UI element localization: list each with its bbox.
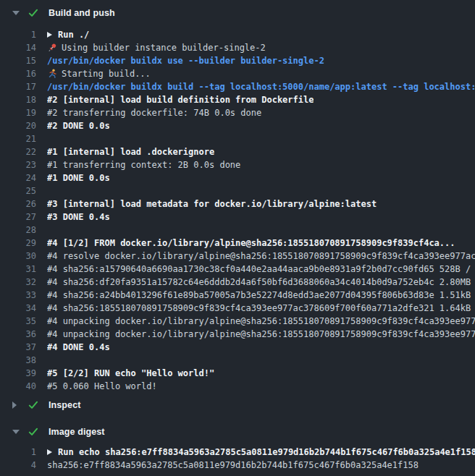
line-number-link[interactable]: 29 <box>0 237 36 250</box>
log-line: 40 #5 0.060 Hello world! <box>0 380 475 393</box>
log-line-text: #3 [internal] load metadata for docker.i… <box>47 197 377 211</box>
log-line-text: #4 [1/2] FROM docker.io/library/alpine@s… <box>47 237 455 250</box>
line-number-link[interactable]: 16 <box>0 67 36 80</box>
log-line-text: #4 sha256:185518070891758909c9f839cf4ca3… <box>47 302 475 315</box>
log-line-text: /usr/bin/docker buildx build --tag local… <box>47 80 475 93</box>
log-line-content: #4 sha256:a24bb4013296f61e89ba57005a7b3e… <box>47 289 475 302</box>
line-number-link[interactable]: 22 <box>0 145 36 158</box>
pushpin-icon <box>47 43 57 53</box>
log-line-content: Starting build... <box>47 67 151 80</box>
log-line-text: /usr/bin/docker buildx use --builder bui… <box>47 54 324 67</box>
log-line-text: #1 transferring context: 2B 0.0s done <box>47 158 240 171</box>
log-line: 18 #2 [internal] load build definition f… <box>0 93 475 106</box>
line-number-link[interactable]: 28 <box>0 224 36 237</box>
log-block-build-and-push: 1 Run ./ 14 Using builder instance build… <box>0 28 475 393</box>
line-number-link[interactable]: 23 <box>0 158 36 171</box>
line-number-link[interactable]: 38 <box>0 354 36 367</box>
chevron-right-icon <box>12 401 21 409</box>
log-line-content: #4 resolve docker.io/library/alpine@sha2… <box>47 250 475 263</box>
log-line: 26 #3 [internal] load metadata for docke… <box>0 197 475 211</box>
line-number-link[interactable]: 17 <box>0 80 36 93</box>
section-header-inspect[interactable]: Inspect <box>0 397 475 413</box>
log-line-content: /usr/bin/docker buildx build --tag local… <box>47 80 475 93</box>
group-expander-icon[interactable] <box>47 32 52 38</box>
line-number-link[interactable]: 25 <box>0 184 36 197</box>
log-line-content: Using builder instance builder-single-2 <box>47 41 266 54</box>
log-line: 30 #4 resolve docker.io/library/alpine@s… <box>0 250 475 263</box>
line-number-link[interactable]: 21 <box>0 132 36 145</box>
log-line: 1 Run ./ <box>0 28 475 41</box>
log-line: 19 #2 transferring dockerfile: 74B 0.0s … <box>0 106 475 119</box>
log-line-content: #4 DONE 0.4s <box>47 341 110 354</box>
line-number-link[interactable]: 20 <box>0 119 36 132</box>
success-check-icon <box>28 7 39 19</box>
log-line: 4 sha256:e7ff8834a5963a2785c5a0811e979d1… <box>0 459 475 472</box>
line-number-link[interactable]: 19 <box>0 106 36 119</box>
log-line: 17 /usr/bin/docker buildx build --tag lo… <box>0 80 475 93</box>
section-title: Inspect <box>49 400 80 410</box>
line-number-link[interactable]: 31 <box>0 263 36 276</box>
line-number-link[interactable]: 35 <box>0 315 36 328</box>
line-number-link[interactable]: 32 <box>0 276 36 289</box>
log-line-content: #2 DONE 0.0s <box>47 119 110 132</box>
section-title: Image digest <box>49 427 105 437</box>
log-line-text: #2 DONE 0.0s <box>47 119 110 132</box>
log-line-content: #4 [1/2] FROM docker.io/library/alpine@s… <box>47 237 455 250</box>
line-number-link[interactable]: 15 <box>0 54 36 67</box>
log-line: 34 #4 sha256:185518070891758909c9f839cf4… <box>0 302 475 315</box>
log-line: 33 #4 sha256:a24bb4013296f61e89ba57005a7… <box>0 289 475 302</box>
line-number-link[interactable]: 30 <box>0 250 36 263</box>
log-line: 35 #4 unpacking docker.io/library/alpine… <box>0 315 475 328</box>
section-header-build-and-push[interactable]: Build and push <box>0 5 475 21</box>
section-header-image-digest[interactable]: Image digest <box>0 424 475 440</box>
log-line-content: #4 unpacking docker.io/library/alpine@sh… <box>47 328 475 341</box>
chevron-down-icon <box>12 430 21 434</box>
line-number-link[interactable]: 1 <box>0 446 36 459</box>
log-line: 36 #4 unpacking docker.io/library/alpine… <box>0 328 475 341</box>
log-line-content: #4 sha256:a15790640a6690aa1730c38cf0a440… <box>47 263 475 276</box>
line-number-link[interactable]: 1 <box>0 28 36 41</box>
log-line-text: #4 sha256:a15790640a6690aa1730c38cf0a440… <box>47 263 475 276</box>
log-line-text: #4 unpacking docker.io/library/alpine@sh… <box>47 315 475 328</box>
log-line-text: #4 sha256:df20fa9351a15782c64e6dddb2d4a6… <box>47 276 475 289</box>
section-title: Build and push <box>49 8 115 18</box>
log-line-content: #5 [2/2] RUN echo "Hello world!" <box>47 367 214 380</box>
line-number-link[interactable]: 14 <box>0 41 36 54</box>
log-line-text: #3 DONE 0.4s <box>47 211 110 224</box>
log-line-text: #5 [2/2] RUN echo "Hello world!" <box>47 367 214 380</box>
line-number-link[interactable]: 34 <box>0 302 36 315</box>
log-line-text: #4 unpacking docker.io/library/alpine@sh… <box>47 328 475 341</box>
log-line-content: #4 sha256:df20fa9351a15782c64e6dddb2d4a6… <box>47 276 475 289</box>
log-line: 39 #5 [2/2] RUN echo "Hello world!" <box>0 367 475 380</box>
log-line: 24 #1 DONE 0.0s <box>0 171 475 184</box>
line-number-link[interactable]: 18 <box>0 93 36 106</box>
log-block-image-digest: 1 Run echo sha256:e7ff8834a5963a2785c5a0… <box>0 446 475 472</box>
log-line: 1 Run echo sha256:e7ff8834a5963a2785c5a0… <box>0 446 475 459</box>
line-number-link[interactable]: 37 <box>0 341 36 354</box>
line-number-link[interactable]: 33 <box>0 289 36 302</box>
log-line-content: #1 [internal] load .dockerignore <box>47 145 214 158</box>
line-number-link[interactable]: 36 <box>0 328 36 341</box>
log-line-content: #4 unpacking docker.io/library/alpine@sh… <box>47 315 475 328</box>
line-number-link[interactable]: 40 <box>0 380 36 393</box>
log-line-content: Run ./ <box>47 28 89 41</box>
line-number-link[interactable]: 4 <box>0 459 36 472</box>
log-line-content: #4 sha256:185518070891758909c9f839cf4ca3… <box>47 302 475 315</box>
log-line-content: /usr/bin/docker buildx use --builder bui… <box>47 54 324 67</box>
log-line: 23 #1 transferring context: 2B 0.0s done <box>0 158 475 171</box>
log-line-content: #2 [internal] load build definition from… <box>47 93 314 106</box>
line-number-link[interactable]: 26 <box>0 197 36 211</box>
log-line-content: #3 [internal] load metadata for docker.i… <box>47 197 377 211</box>
log-line-text: #2 [internal] load build definition from… <box>47 93 314 106</box>
line-number-link[interactable]: 24 <box>0 171 36 184</box>
line-number-link[interactable]: 27 <box>0 211 36 224</box>
group-expander-icon[interactable] <box>47 449 52 455</box>
line-number-link[interactable]: 39 <box>0 367 36 380</box>
log-line-content: sha256:e7ff8834a5963a2785c5a0811e979d16b… <box>47 459 419 472</box>
log-line-content: #3 DONE 0.4s <box>47 211 110 224</box>
log-line-text: Using builder instance builder-single-2 <box>62 41 266 54</box>
log-line-text: #4 sha256:a24bb4013296f61e89ba57005a7b3e… <box>47 289 475 302</box>
success-check-icon <box>28 399 39 411</box>
log-line-text: Run ./ <box>58 28 89 41</box>
log-line-content: #1 transferring context: 2B 0.0s done <box>47 158 240 171</box>
